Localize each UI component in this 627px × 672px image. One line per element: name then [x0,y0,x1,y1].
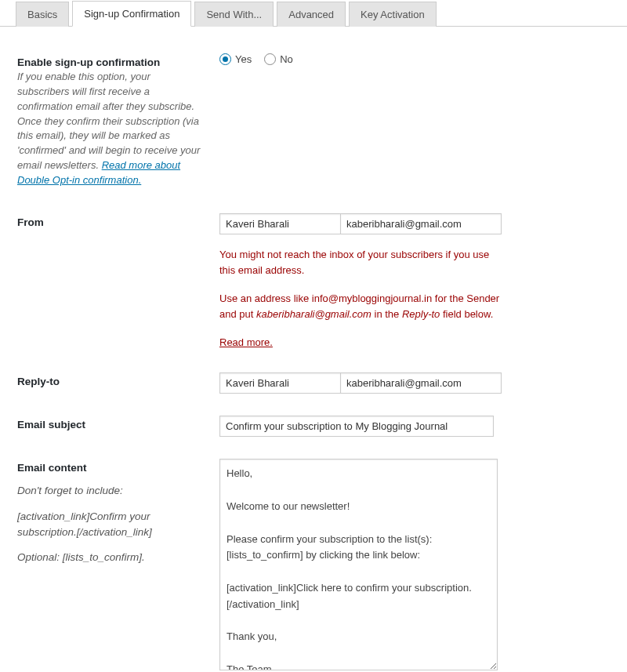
from-label: From [17,216,44,228]
tab-basics[interactable]: Basics [16,2,69,27]
content-helper-3: Optional: [lists_to_confirm]. [17,550,204,565]
settings-tabs: Basics Sign-up Confirmation Send With...… [0,0,627,27]
from-warning-2: Use an address like info@mybloggingjourn… [219,291,502,322]
from-readmore-link[interactable]: Read more. [219,336,273,348]
replyto-name-input[interactable] [219,372,341,394]
enable-label: Enable sign-up confirmation [17,56,160,68]
enable-yes-option[interactable]: Yes [219,53,252,65]
tab-key-activation[interactable]: Key Activation [349,2,437,27]
enable-radio-group: Yes No [219,53,611,65]
tab-signup-confirmation[interactable]: Sign-up Confirmation [72,1,191,27]
from-email-input[interactable] [341,213,502,234]
enable-description: If you enable this option, your subscrib… [17,70,204,188]
replyto-email-input[interactable] [341,372,502,394]
subject-input[interactable] [219,416,494,437]
content-label: Email content [17,462,87,474]
radio-icon [219,53,231,65]
content-textarea[interactable] [219,459,498,670]
content-helper-1: Don't forget to include: [17,483,204,499]
tab-advanced[interactable]: Advanced [277,2,346,27]
radio-icon [264,53,276,65]
replyto-label: Reply-to [17,376,60,387]
tab-send-with[interactable]: Send With... [194,2,274,27]
content-helper-2: [activation_link]Confirm your subscripti… [17,509,204,541]
from-name-input[interactable] [219,213,341,234]
from-warning-1: You might not reach the inbox of your su… [219,247,502,278]
enable-no-option[interactable]: No [264,53,293,65]
subject-label: Email subject [17,419,85,430]
settings-form: Enable sign-up confirmation If you enabl… [0,42,627,672]
